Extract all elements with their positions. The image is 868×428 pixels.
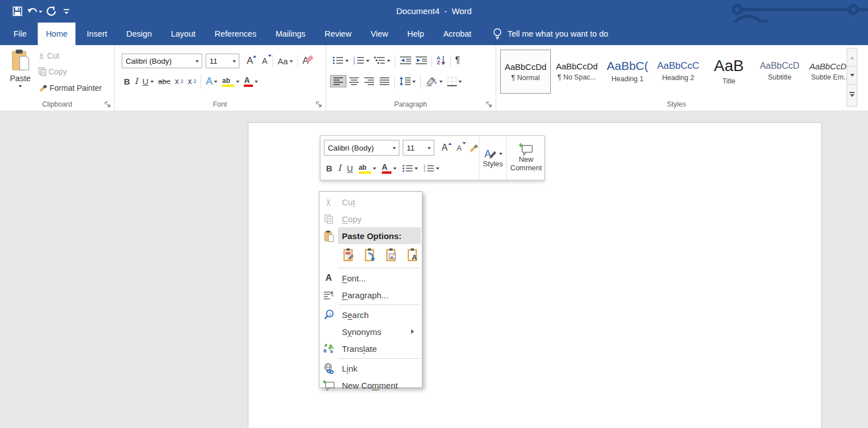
mini-highlight-button[interactable]: ab [357,162,379,175]
save-button[interactable] [9,3,26,19]
font-size-dropdown-icon[interactable] [233,60,236,64]
menu-link[interactable]: Link [319,360,422,377]
style-title[interactable]: AaB Title [704,50,754,92]
mini-bullets-dropdown-icon[interactable] [415,167,418,171]
style-heading-1[interactable]: AaBbC( Heading 1 [603,50,652,92]
clear-formatting-button[interactable]: A [300,55,311,67]
decrease-indent-button[interactable] [398,55,413,66]
change-case-button[interactable]: Aa [275,55,295,67]
multilevel-dropdown-icon[interactable] [387,60,390,64]
undo-dropdown-icon[interactable] [39,11,42,15]
menu-search[interactable]: i Search [319,306,422,323]
mini-font-name-combo[interactable]: Calibri (Body) [324,140,399,156]
menu-paragraph[interactable]: ¶ Paragraph... [319,286,422,303]
subscript-button[interactable]: x2 [172,76,185,87]
menu-new-comment[interactable]: New Comment [319,377,422,394]
mini-font-color-button[interactable]: A [380,162,399,175]
font-size-combo[interactable]: 11 [206,54,239,68]
paste-keep-text-only-button[interactable]: A [405,247,421,263]
line-spacing-dropdown-icon[interactable] [412,81,416,85]
mini-new-comment-button[interactable]: New Comment [506,136,545,180]
styles-gallery-more-button[interactable] [847,84,857,107]
tab-insert[interactable]: Insert [79,23,115,45]
mini-highlight-dropdown-icon[interactable] [373,167,376,171]
align-center-button[interactable] [346,76,362,87]
italic-button[interactable]: I [132,75,140,87]
mini-shrink-font-button[interactable]: A [454,143,465,153]
paste-merge-formatting-button[interactable] [362,247,378,263]
align-right-button[interactable] [362,76,377,87]
style-heading-2[interactable]: AaBbCcC Heading 2 [653,50,703,92]
borders-button[interactable] [445,76,464,87]
bullets-button[interactable] [330,55,351,66]
numbering-dropdown-icon[interactable] [366,60,370,64]
mini-styles-button[interactable]: A Styles [479,136,506,180]
tab-layout[interactable]: Layout [163,23,203,45]
font-name-dropdown-icon[interactable] [195,60,199,64]
repeat-button[interactable] [43,3,60,19]
font-color-dropdown-icon[interactable] [255,81,258,85]
paste-picture-button[interactable] [384,247,399,263]
mini-font-name-dropdown-icon[interactable] [393,147,396,151]
superscript-button[interactable]: x2 [185,76,198,87]
shading-button[interactable] [423,75,445,87]
mini-format-painter-button[interactable] [469,143,479,152]
mini-grow-font-button[interactable]: A [439,142,451,153]
underline-dropdown-icon[interactable] [150,81,154,85]
sort-button[interactable]: A Z [434,55,448,67]
shrink-font-button[interactable]: A [259,56,270,66]
change-case-dropdown-icon[interactable] [290,60,293,64]
strikethrough-button[interactable]: abc [156,76,173,87]
tab-design[interactable]: Design [118,23,159,45]
text-effects-dropdown-icon[interactable] [214,81,217,85]
align-left-button[interactable] [330,75,346,87]
mini-bullets-button[interactable] [400,163,420,174]
shading-dropdown-icon[interactable] [439,81,443,85]
styles-scroll-up-button[interactable] [847,48,857,67]
style-no-spacing[interactable]: AaBbCcDd ¶ No Spac... [552,50,602,92]
mini-numbering-button[interactable]: 1 2 3 [421,163,442,174]
bullets-dropdown-icon[interactable] [345,60,349,64]
justify-button[interactable] [377,76,392,87]
text-highlight-button[interactable]: ab [220,75,242,88]
text-effects-button[interactable]: A [203,74,220,89]
paragraph-dialog-launcher-icon[interactable] [486,101,493,108]
styles-scroll-down-button[interactable] [847,66,857,85]
mini-underline-button[interactable]: U [345,162,355,174]
paste-button[interactable]: Paste [7,48,34,100]
menu-font[interactable]: A Font... [319,270,422,286]
tell-me-box[interactable]: Tell me what you want to do [493,23,608,45]
tab-view[interactable]: View [363,23,396,45]
tab-acrobat[interactable]: Acrobat [435,23,479,45]
line-spacing-button[interactable] [397,76,418,87]
menu-translate[interactable]: あ a Translate [319,340,422,357]
bold-button[interactable]: B [122,76,132,87]
customize-qat-button[interactable] [60,3,73,19]
font-dialog-launcher-icon[interactable] [315,101,323,108]
mini-font-color-dropdown-icon[interactable] [393,167,397,171]
paste-keep-source-formatting-button[interactable] [341,247,357,263]
show-hide-marks-button[interactable]: ¶ [453,54,462,67]
mini-styles-dropdown-icon[interactable] [499,153,502,157]
cut-button[interactable]: ✂ Cut [36,50,61,62]
mini-italic-button[interactable]: I [336,162,344,174]
font-color-button[interactable]: A [242,75,260,88]
format-painter-button[interactable]: Format Painter [36,82,104,94]
increase-indent-button[interactable] [413,55,429,66]
style-normal[interactable]: AaBbCcDd ¶ Normal [500,50,551,94]
mini-font-size-dropdown-icon[interactable] [428,147,431,151]
underline-button[interactable]: U [140,76,156,87]
menu-cut[interactable]: ✂ Cut [319,193,422,210]
mini-numbering-dropdown-icon[interactable] [436,167,439,171]
menu-synonyms[interactable]: Synonyms [319,323,422,340]
grow-font-button[interactable]: A [244,55,256,67]
style-subtitle[interactable]: AaBbCcD Subtitle [755,50,804,92]
paste-dropdown-icon[interactable] [19,85,22,89]
multilevel-list-button[interactable] [372,55,393,66]
clipboard-dialog-launcher-icon[interactable] [104,101,112,108]
tab-review[interactable]: Review [317,23,359,45]
mini-font-size-combo[interactable]: 11 [403,140,434,156]
highlight-dropdown-icon[interactable] [236,81,239,85]
borders-dropdown-icon[interactable] [459,81,462,85]
tab-file[interactable]: File [6,23,34,45]
